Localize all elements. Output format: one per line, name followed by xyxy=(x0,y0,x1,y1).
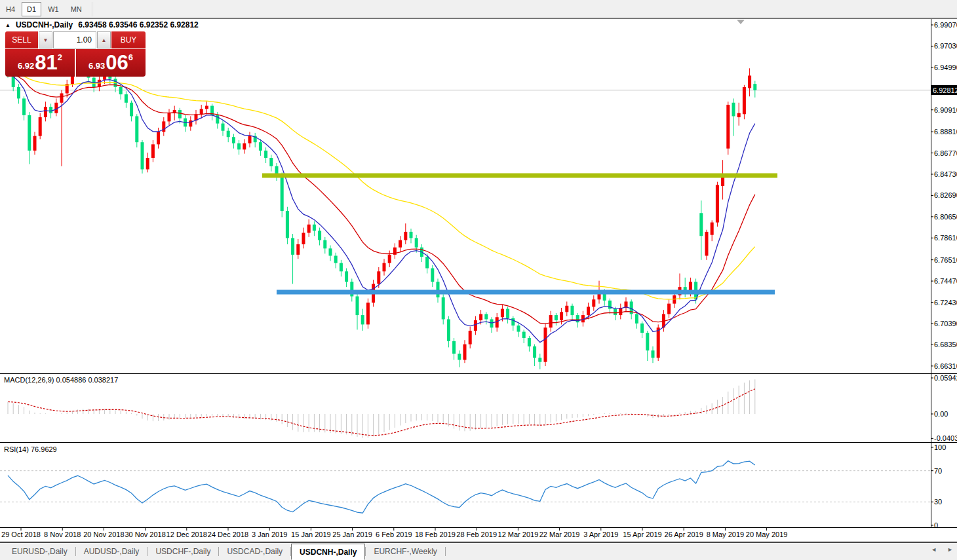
svg-text:6.84730: 6.84730 xyxy=(934,170,957,178)
svg-text:6.94990: 6.94990 xyxy=(934,64,957,71)
svg-text:6.86770: 6.86770 xyxy=(934,149,957,157)
ma-fast-blue xyxy=(8,73,755,342)
svg-text:3 Apr 2019: 3 Apr 2019 xyxy=(583,531,618,538)
timeframe-button-w1[interactable]: W1 xyxy=(43,2,64,16)
svg-text:0.00: 0.00 xyxy=(934,410,948,418)
timeframe-toolbar: H4D1W1MN xyxy=(0,0,957,18)
sell-button[interactable]: SELL xyxy=(5,31,38,48)
svg-text:6 Feb 2019: 6 Feb 2019 xyxy=(376,531,412,538)
chevron-down-icon: ▼ xyxy=(43,37,49,43)
volume-input[interactable] xyxy=(53,31,96,48)
chart-tab-eurchf-weekly[interactable]: EURCHF-,Weekly xyxy=(366,543,444,560)
tab-scroll-left-icon[interactable]: ◄ xyxy=(931,546,937,553)
chart-tab-audusd-daily[interactable]: AUDUSD-,Daily xyxy=(76,543,147,560)
sell-price-pip: 2 xyxy=(58,52,62,62)
svg-text:15 Apr 2019: 15 Apr 2019 xyxy=(623,531,661,538)
rsi-line xyxy=(8,461,755,513)
ma-slow-yellow xyxy=(8,73,755,299)
svg-text:6.72430: 6.72430 xyxy=(934,299,957,307)
svg-text:28 Feb 2019: 28 Feb 2019 xyxy=(456,531,497,538)
rsi-name: RSI(14) xyxy=(4,445,29,453)
svg-text:20 May 2019: 20 May 2019 xyxy=(746,531,788,538)
svg-text:6.80650: 6.80650 xyxy=(934,213,957,221)
buy-price-pip: 6 xyxy=(128,52,133,62)
svg-text:20 Nov 2018: 20 Nov 2018 xyxy=(83,531,124,538)
svg-text:6.70390: 6.70390 xyxy=(934,320,957,327)
buy-price-big: 06 xyxy=(106,50,128,75)
svg-text:6.78610: 6.78610 xyxy=(934,234,957,242)
svg-text:30: 30 xyxy=(934,498,942,506)
rsi-axis: 10070300 xyxy=(931,443,946,529)
macd-name: MACD(12,26,9) xyxy=(4,376,54,384)
macd-values: 0.054886 0.038217 xyxy=(56,376,118,384)
timeframe-button-d1[interactable]: D1 xyxy=(22,2,41,16)
svg-text:-0.040371: -0.040371 xyxy=(934,434,957,442)
price-axis[interactable]: 6.990706.970306.949906.909106.888106.867… xyxy=(931,21,957,370)
moving-averages-layer xyxy=(8,73,755,342)
buy-price-box[interactable]: 6.93 06 6 xyxy=(76,49,146,77)
chart-tab-usdcnh-daily[interactable]: USDCNH-,Daily xyxy=(291,544,365,560)
pane-separators xyxy=(0,19,957,542)
svg-text:25 Jan 2019: 25 Jan 2019 xyxy=(332,531,372,538)
svg-text:6.82690: 6.82690 xyxy=(934,191,957,199)
chart-tab-usdchf-daily[interactable]: USDCHF-,Daily xyxy=(147,543,218,560)
svg-text:100: 100 xyxy=(934,443,946,451)
chart-canvas[interactable]: 6.990706.970306.949906.909106.888106.867… xyxy=(0,0,957,560)
macd-signal-line xyxy=(8,389,755,436)
chart-shift-marker-icon[interactable] xyxy=(737,20,745,24)
svg-text:24 Dec 2018: 24 Dec 2018 xyxy=(208,531,248,538)
sell-price-prefix: 6.92 xyxy=(18,61,34,71)
svg-text:12 Mar 2019: 12 Mar 2019 xyxy=(498,531,539,538)
svg-text:6.97030: 6.97030 xyxy=(934,42,957,50)
chevron-up-icon: ▲ xyxy=(102,37,107,43)
svg-text:12 Dec 2018: 12 Dec 2018 xyxy=(166,531,207,538)
one-click-trading-panel: SELL ▼ ▲ BUY 6.92 81 2 6.93 06 6 xyxy=(5,31,146,77)
volume-down-button[interactable]: ▼ xyxy=(39,31,52,48)
svg-text:15 Jan 2019: 15 Jan 2019 xyxy=(291,531,331,538)
svg-text:8 May 2019: 8 May 2019 xyxy=(707,531,744,538)
svg-text:6.76510: 6.76510 xyxy=(934,256,957,264)
svg-text:30 Nov 2018: 30 Nov 2018 xyxy=(125,531,165,538)
sell-price-big: 81 xyxy=(35,50,57,75)
svg-text:6.99070: 6.99070 xyxy=(934,21,957,29)
svg-text:3 Jan 2019: 3 Jan 2019 xyxy=(252,531,287,538)
collapse-panel-icon[interactable]: ▲ xyxy=(5,22,10,28)
svg-text:6.68350: 6.68350 xyxy=(934,341,957,348)
svg-text:0: 0 xyxy=(934,521,938,529)
svg-text:8 Nov 2018: 8 Nov 2018 xyxy=(44,531,81,538)
tab-scroll-right-icon[interactable]: ► xyxy=(947,546,953,553)
volume-up-button[interactable]: ▲ xyxy=(97,31,111,48)
symbol-period-label: USDCNH-,Daily xyxy=(16,20,73,29)
candles-layer xyxy=(7,54,757,369)
buy-button[interactable]: BUY xyxy=(111,31,146,48)
rsi-value: 76.9629 xyxy=(31,445,57,453)
svg-text:70: 70 xyxy=(934,467,942,475)
tab-separator xyxy=(445,547,446,556)
rsi-pane xyxy=(0,461,931,513)
tab-scroll-buttons: ◄ ► xyxy=(931,546,953,553)
svg-text:26 Apr 2019: 26 Apr 2019 xyxy=(665,531,703,538)
timeframe-button-h4[interactable]: H4 xyxy=(1,2,20,16)
svg-text:6.74470: 6.74470 xyxy=(934,277,957,285)
svg-text:6.90910: 6.90910 xyxy=(934,106,957,114)
svg-text:6.88810: 6.88810 xyxy=(934,128,957,136)
chart-tab-eurusd-daily[interactable]: EURUSD-,Daily xyxy=(4,543,75,560)
svg-text:29 Oct 2018: 29 Oct 2018 xyxy=(1,531,41,538)
ma-mid-red xyxy=(8,73,755,324)
date-axis[interactable]: 29 Oct 20188 Nov 201820 Nov 201830 Nov 2… xyxy=(1,528,787,538)
svg-text:6.92812: 6.92812 xyxy=(933,86,957,94)
chart-tab-usdcad-daily[interactable]: USDCAD-,Daily xyxy=(219,543,290,560)
macd-pane xyxy=(8,379,755,438)
timeframe-button-mn[interactable]: MN xyxy=(66,2,87,16)
buy-price-prefix: 6.93 xyxy=(88,61,105,71)
macd-label: MACD(12,26,9) 0.054886 0.038217 xyxy=(4,376,118,384)
svg-text:18 Feb 2019: 18 Feb 2019 xyxy=(415,531,456,538)
svg-text:22 Mar 2019: 22 Mar 2019 xyxy=(539,531,580,538)
rsi-label: RSI(14) 76.9629 xyxy=(4,445,57,453)
quote-line: ▲ USDCNH-,Daily 6.93458 6.93546 6.92352 … xyxy=(5,20,199,29)
svg-text:0.059422: 0.059422 xyxy=(934,374,957,382)
macd-axis: 0.0594220.00-0.040371 xyxy=(931,374,957,442)
svg-text:6.66310: 6.66310 xyxy=(934,362,957,370)
sell-price-box[interactable]: 6.92 81 2 xyxy=(5,49,75,77)
mt4-window: H4D1W1MN 6.990706.970306.949906.909106.8… xyxy=(0,0,957,560)
